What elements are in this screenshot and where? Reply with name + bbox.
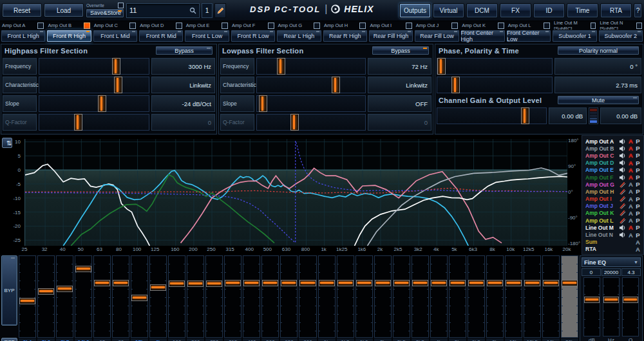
eq-band-track[interactable] [374, 255, 392, 338]
legend-row-amp-out-l[interactable]: Amp Out LAP [585, 217, 641, 224]
slider-handle[interactable] [290, 114, 299, 131]
eq-band-handle[interactable] [562, 280, 578, 286]
channel-checkbox-amp-out-d[interactable] [176, 23, 182, 29]
nav-outputs[interactable]: Outputs [399, 3, 431, 18]
eq-band-track[interactable] [449, 255, 466, 338]
nav-fx[interactable]: FX [500, 3, 531, 18]
phase-toggle[interactable]: A [634, 246, 641, 253]
phase-toggle[interactable]: P [634, 174, 641, 181]
tab-front-r-mid[interactable]: Front R Mid [138, 30, 184, 42]
tab-front-l-mid[interactable]: Front L Mid [93, 30, 138, 42]
channel-checkbox-amp-out-l[interactable] [544, 23, 550, 29]
fine-eq-track[interactable] [583, 277, 600, 336]
slider-handle[interactable] [259, 95, 267, 112]
fine-eq-handle[interactable] [584, 297, 600, 303]
tab-subwoofer-1[interactable]: Subwoofer 1 [552, 30, 597, 42]
amplitude-toggle[interactable]: A [627, 224, 634, 231]
eq-band-track[interactable] [187, 255, 204, 338]
speaker-icon[interactable] [619, 152, 627, 159]
tab-rear-l-high[interactable]: Rear L High [276, 30, 321, 42]
tab-front-r-high[interactable]: Front R High [46, 30, 91, 42]
legend-row-line-out-n[interactable]: Line Out NAP [585, 231, 641, 238]
nav-[interactable]: ? [634, 3, 642, 18]
muted-speaker-icon[interactable] [619, 181, 627, 188]
channel-checkbox-amp-out-c[interactable] [129, 23, 136, 29]
eq-band-track[interactable] [19, 255, 36, 338]
slider-handle[interactable] [98, 95, 106, 112]
speaker-icon[interactable] [619, 145, 627, 152]
amplitude-toggle[interactable]: A [627, 196, 634, 203]
legend-row-amp-out-k[interactable]: Amp Out KAP [585, 210, 641, 217]
eq-band-handle[interactable] [506, 280, 522, 286]
phase-toggle[interactable]: P [634, 167, 641, 174]
eq-band-handle[interactable] [243, 280, 260, 286]
channel-checkbox-amp-out-k[interactable] [498, 23, 504, 29]
channel-checkbox-amp-out-j[interactable] [451, 23, 458, 29]
eq-band-handle[interactable] [487, 280, 503, 286]
phase-toggle[interactable]: P [634, 203, 641, 210]
muted-speaker-icon[interactable] [619, 217, 627, 224]
lowpass-bypass-button[interactable]: Bypass [372, 46, 430, 55]
channel-checkbox-line-out-n-subrc[interactable] [636, 23, 642, 29]
eq-band-track[interactable] [261, 255, 279, 338]
phase-toggle[interactable]: P [634, 152, 641, 159]
legend-row-amp-out-i[interactable]: Amp Out IAP [585, 196, 641, 203]
legend-row-rta[interactable]: RTAA [585, 246, 641, 253]
channel-checkbox-amp-out-h[interactable] [359, 23, 366, 29]
eq-band-handle[interactable] [393, 280, 410, 286]
highpass-bypass-button[interactable]: Bypass [155, 46, 213, 55]
save-store-button[interactable]: Save&Store [86, 8, 124, 18]
slider-handle[interactable] [332, 77, 340, 93]
eq-band-handle[interactable] [206, 281, 222, 287]
eq-band-handle[interactable] [337, 280, 354, 286]
slider-track[interactable] [39, 58, 149, 75]
eq-band-handle[interactable] [412, 280, 428, 286]
tab-front-center-low[interactable]: Front Center Low [506, 30, 551, 42]
channel-checkbox-amp-out-b[interactable] [84, 23, 90, 29]
phase-toggle[interactable]: P [634, 224, 641, 231]
eq-band-handle[interactable] [375, 280, 391, 286]
speaker-icon[interactable] [619, 160, 627, 166]
speaker-icon[interactable] [619, 167, 627, 173]
slider-handle[interactable] [437, 58, 446, 75]
eq-band-track[interactable] [37, 255, 55, 338]
tab-front-l-high[interactable]: Front L High [1, 30, 46, 42]
phase-toggle[interactable]: P [634, 181, 641, 188]
load-button[interactable]: Load [44, 3, 84, 17]
eq-band-handle[interactable] [225, 280, 241, 286]
eq-band-handle[interactable] [94, 280, 110, 286]
gain-slider-handle[interactable] [521, 107, 529, 124]
slider-track[interactable] [437, 58, 553, 75]
nav-id[interactable]: ID [533, 3, 565, 18]
graph-plot-area[interactable] [24, 139, 567, 246]
eq-band-handle[interactable] [543, 280, 559, 286]
tab-rear-r-high[interactable]: Rear R High [323, 30, 368, 42]
eq-band-track[interactable] [412, 255, 429, 338]
polarity-button[interactable]: Polarity normal [557, 46, 639, 55]
muted-speaker-icon[interactable] [619, 210, 627, 216]
channel-checkbox-amp-out-i[interactable] [406, 23, 412, 29]
eq-band-handle[interactable] [431, 280, 447, 286]
muted-speaker-icon[interactable] [619, 189, 627, 195]
legend-row-amp-out-j[interactable]: Amp Out JAP [585, 203, 641, 210]
phase-toggle[interactable]: P [634, 232, 641, 239]
overwrite-checkbox[interactable] [118, 3, 124, 8]
eq-band-track[interactable] [168, 255, 185, 338]
fine-eq-track[interactable] [622, 277, 639, 336]
eq-band-track[interactable] [468, 255, 485, 338]
slider-track[interactable] [437, 77, 553, 93]
slider-handle[interactable] [74, 114, 82, 131]
slider-track[interactable] [256, 114, 366, 131]
slider-handle[interactable] [451, 77, 460, 93]
phase-toggle[interactable]: P [634, 138, 641, 145]
amplitude-toggle[interactable]: A [627, 174, 634, 181]
preset-name-input[interactable]: 11 [126, 3, 200, 18]
eq-band-track[interactable] [337, 255, 354, 338]
fine-eq-dropdown[interactable]: Fine EQ ▼ [582, 257, 641, 267]
amplitude-toggle[interactable]: A [627, 188, 634, 195]
legend-row-amp-out-f[interactable]: Amp Out FAP [585, 174, 641, 181]
nav-virtual[interactable]: Virtual [433, 3, 464, 18]
legend-row-sum[interactable]: SumA [585, 239, 641, 246]
eq-band-track[interactable] [205, 255, 223, 338]
eq-band-handle[interactable] [356, 280, 372, 286]
